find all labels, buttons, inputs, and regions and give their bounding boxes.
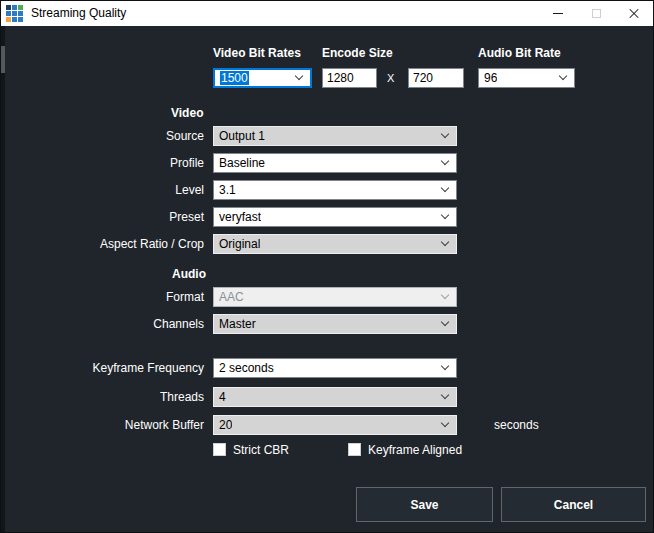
video-bit-rate-value: 1500 [220, 71, 249, 85]
window-controls [539, 1, 653, 26]
audio-section-heading: Audio [172, 267, 206, 281]
keyframe-frequency-label: Keyframe Frequency [41, 358, 204, 378]
encode-size-label: Encode Size [322, 46, 393, 60]
chevron-down-icon [441, 318, 449, 326]
level-value: 3.1 [219, 183, 236, 197]
left-scrollbar[interactable] [1, 26, 5, 533]
aspect-ratio-crop-label: Aspect Ratio / Crop [41, 234, 204, 254]
channels-value: Master [219, 317, 256, 331]
threads-dropdown[interactable]: 4 [213, 387, 457, 407]
aspect-ratio-crop-value: Original [219, 237, 260, 251]
keyframe-aligned-label: Keyframe Aligned [368, 443, 462, 457]
scrollbar-thumb[interactable] [1, 46, 5, 73]
maximize-button[interactable] [577, 1, 615, 26]
aspect-ratio-crop-dropdown[interactable]: Original [213, 234, 457, 254]
format-value: AAC [219, 290, 244, 304]
network-buffer-unit-label: seconds [494, 415, 539, 435]
preset-dropdown[interactable]: veryfast [213, 207, 457, 227]
threads-value: 4 [219, 390, 226, 404]
encode-height-input[interactable] [408, 68, 464, 88]
chevron-down-icon [441, 419, 449, 427]
encode-width-input[interactable] [322, 68, 377, 88]
titlebar: Streaming Quality [1, 1, 653, 26]
chevron-down-icon [441, 184, 449, 192]
close-button[interactable] [615, 1, 653, 26]
chevron-down-icon [295, 72, 303, 80]
video-bit-rate-dropdown[interactable]: 1500 [213, 68, 312, 88]
app-grid-icon [6, 5, 23, 22]
audio-bit-rate-value: 96 [484, 71, 497, 85]
keyframe-aligned-checkbox[interactable] [348, 443, 361, 456]
profile-value: Baseline [219, 156, 265, 170]
preset-label: Preset [41, 207, 204, 227]
source-label: Source [41, 126, 204, 146]
profile-label: Profile [41, 153, 204, 173]
network-buffer-value: 20 [219, 418, 232, 432]
format-dropdown: AAC [213, 287, 457, 307]
chevron-down-icon [441, 291, 449, 299]
close-icon [628, 8, 640, 20]
channels-label: Channels [41, 314, 204, 334]
save-button[interactable]: Save [356, 487, 493, 522]
chevron-down-icon [441, 362, 449, 370]
window-title: Streaming Quality [31, 1, 126, 26]
minimize-icon [553, 13, 563, 14]
preset-value: veryfast [219, 210, 261, 224]
encode-size-separator: X [387, 72, 394, 84]
strict-cbr-checkbox[interactable] [213, 443, 226, 456]
chevron-down-icon [441, 211, 449, 219]
source-value: Output 1 [219, 129, 265, 143]
chevron-down-icon [441, 130, 449, 138]
chevron-down-icon [441, 391, 449, 399]
profile-dropdown[interactable]: Baseline [213, 153, 457, 173]
source-dropdown[interactable]: Output 1 [213, 126, 457, 146]
channels-dropdown[interactable]: Master [213, 314, 457, 334]
chevron-down-icon [441, 157, 449, 165]
level-label: Level [41, 180, 204, 200]
network-buffer-dropdown[interactable]: 20 [213, 415, 457, 435]
network-buffer-label: Network Buffer [41, 415, 204, 435]
keyframe-frequency-dropdown[interactable]: 2 seconds [213, 358, 457, 378]
strict-cbr-label: Strict CBR [233, 443, 289, 457]
threads-label: Threads [41, 387, 204, 407]
video-bit-rates-label: Video Bit Rates [213, 46, 301, 60]
video-section-heading: Video [171, 106, 203, 120]
level-dropdown[interactable]: 3.1 [213, 180, 457, 200]
minimize-button[interactable] [539, 1, 577, 26]
format-label: Format [41, 287, 204, 307]
cancel-button[interactable]: Cancel [501, 487, 646, 522]
chevron-down-icon [441, 238, 449, 246]
maximize-icon [592, 9, 601, 18]
audio-bit-rate-dropdown[interactable]: 96 [478, 68, 575, 88]
streaming-quality-window: Streaming Quality Video Bit Rates 1500 E… [0, 0, 654, 533]
chevron-down-icon [559, 72, 567, 80]
audio-bit-rate-label: Audio Bit Rate [478, 46, 561, 60]
keyframe-frequency-value: 2 seconds [219, 361, 274, 375]
